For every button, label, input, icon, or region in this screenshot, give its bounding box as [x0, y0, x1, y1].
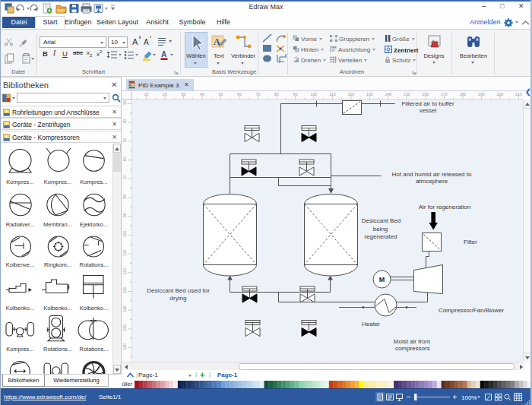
svg-text:Desiccant Bed: Desiccant Bed: [362, 217, 401, 224]
svg-text:drying: drying: [170, 295, 187, 302]
svg-text:Ejektorko...: Ejektorko...: [80, 221, 109, 228]
svg-text:120: 120: [122, 268, 127, 275]
svg-text:Compressor/Fan/Blower: Compressor/Fan/Blower: [439, 307, 505, 314]
svg-text:Filtered air to buffer: Filtered air to buffer: [401, 100, 454, 107]
svg-text:170: 170: [441, 92, 448, 97]
svg-text:110: 110: [329, 92, 335, 97]
svg-text:160: 160: [122, 343, 127, 350]
svg-text:A: A: [161, 50, 166, 59]
svg-text:130: 130: [122, 287, 127, 294]
svg-text:40: 40: [122, 119, 127, 124]
svg-text:80: 80: [274, 92, 279, 97]
svg-text:150: 150: [122, 324, 127, 331]
svg-text:Kolbenko...: Kolbenko...: [6, 305, 35, 312]
svg-text:Kompres...: Kompres...: [80, 179, 107, 185]
svg-text:Filter: Filter: [464, 239, 477, 245]
svg-text:compressors: compressors: [395, 345, 430, 352]
svg-text:90: 90: [293, 92, 298, 97]
svg-text:Rotations...: Rotations...: [43, 346, 72, 353]
svg-text:Membran...: Membran...: [43, 221, 72, 228]
svg-text:120: 120: [348, 92, 355, 97]
svg-text:Kolbenko...: Kolbenko...: [80, 305, 109, 312]
svg-text:A: A: [132, 37, 138, 46]
svg-text:A: A: [144, 38, 149, 46]
svg-text:Kolbenko...: Kolbenko...: [43, 305, 72, 312]
svg-text:100: 100: [311, 92, 318, 97]
svg-text:30: 30: [122, 100, 127, 105]
svg-text:regenerated: regenerated: [364, 233, 397, 240]
svg-text:70: 70: [256, 92, 261, 97]
svg-text:80: 80: [122, 195, 127, 199]
svg-text:190: 190: [478, 92, 485, 97]
svg-text:90: 90: [122, 213, 127, 217]
svg-text:150: 150: [404, 92, 410, 97]
svg-text:130: 130: [366, 92, 373, 97]
svg-text:Rotations...: Rotations...: [80, 346, 109, 353]
svg-text:Heater: Heater: [362, 321, 380, 327]
svg-text:Ringkom...: Ringkom...: [44, 261, 71, 268]
svg-text:100%: 100%: [461, 394, 477, 401]
svg-text:160: 160: [423, 92, 429, 97]
svg-text:Radialver...: Radialver...: [6, 221, 35, 228]
svg-text:Air for regeneration: Air for regeneration: [419, 204, 470, 210]
svg-text:50: 50: [122, 138, 127, 142]
svg-text:60: 60: [122, 157, 127, 161]
svg-text:Rotations...: Rotations...: [80, 261, 109, 268]
svg-text:100: 100: [122, 230, 127, 237]
svg-text:30: 30: [182, 92, 186, 97]
svg-text:Kolbenve...: Kolbenve...: [6, 261, 35, 268]
svg-text:60: 60: [237, 92, 242, 97]
svg-text:140: 140: [385, 92, 392, 97]
svg-text:M: M: [379, 276, 385, 283]
svg-text:10: 10: [144, 92, 149, 97]
svg-text:40: 40: [200, 92, 204, 97]
svg-text:Kompres...: Kompres...: [6, 179, 33, 185]
svg-text:50: 50: [219, 92, 223, 97]
svg-text:Hot and humid air released to: Hot and humid air released to: [392, 171, 473, 178]
svg-text:vessel: vessel: [420, 107, 437, 114]
svg-text:110: 110: [122, 249, 127, 255]
svg-text:Moist air from: Moist air from: [394, 338, 431, 345]
svg-text:70: 70: [122, 176, 127, 180]
svg-text:atmosphere: atmosphere: [416, 178, 448, 185]
svg-text:Kompres...: Kompres...: [44, 179, 71, 185]
svg-text:210: 210: [515, 92, 522, 97]
svg-text:Desiccant Bed used for: Desiccant Bed used for: [147, 287, 210, 294]
svg-text:Kompres...: Kompres...: [6, 346, 33, 353]
svg-text:180: 180: [460, 92, 467, 97]
svg-text:200: 200: [497, 92, 504, 97]
svg-text:20: 20: [163, 92, 167, 97]
svg-text:being: being: [373, 226, 388, 233]
svg-text:140: 140: [122, 305, 127, 312]
